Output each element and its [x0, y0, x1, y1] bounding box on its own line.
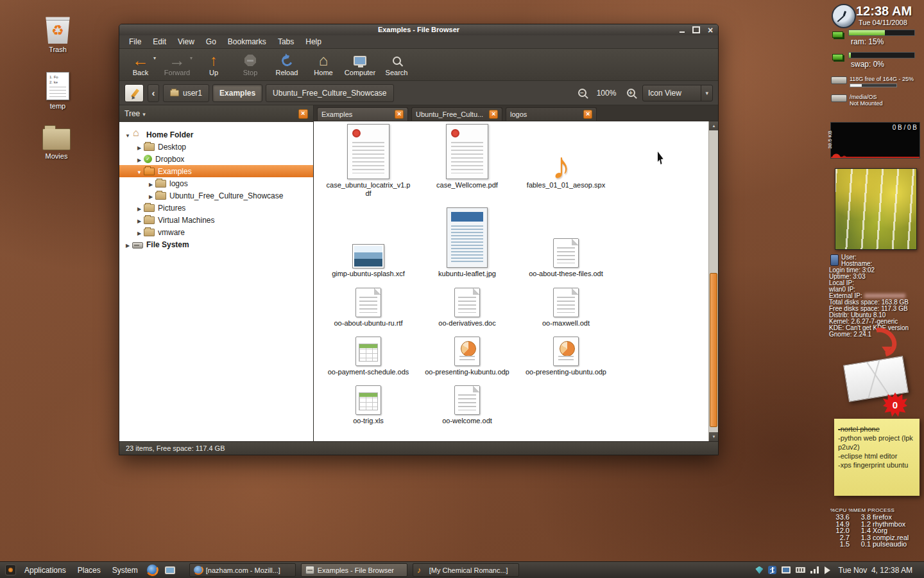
zoom-in-button[interactable]: [623, 85, 638, 101]
firefox-launcher-icon[interactable]: [147, 565, 158, 575]
file-item[interactable]: oo-welcome.odt: [418, 385, 517, 425]
chevron-down-icon[interactable]: [153, 55, 156, 61]
panel-menu[interactable]: Applications: [19, 562, 72, 578]
expander-arrow-icon[interactable]: [135, 155, 144, 164]
distro-menu-icon[interactable]: [5, 565, 16, 575]
meter-fill: [849, 53, 851, 58]
toolbar-button[interactable]: Back: [123, 50, 158, 80]
file-item[interactable]: oo-about-these-files.odt: [517, 207, 615, 278]
display-launcher-icon[interactable]: [165, 566, 175, 574]
expander-arrow-icon[interactable]: [135, 228, 144, 237]
chevron-down-icon[interactable]: [190, 55, 193, 61]
tree-item[interactable]: vmware: [119, 226, 313, 238]
file-item[interactable]: oo-about-ubuntu-ru.rtf: [319, 288, 418, 328]
scrollbar-thumb[interactable]: [710, 273, 717, 427]
bluetooth-icon[interactable]: [768, 566, 776, 574]
menu-item[interactable]: Tabs: [272, 35, 300, 49]
file-item[interactable]: oo-presenting-kubuntu.odp: [418, 337, 517, 376]
file-name: oo-about-these-files.odt: [529, 270, 603, 278]
minimize-button[interactable]: [678, 26, 687, 34]
toolbar-button[interactable]: Up: [196, 50, 231, 80]
toolbar-button[interactable]: Computer: [343, 50, 377, 80]
panel-menu[interactable]: Places: [72, 562, 107, 578]
desktop-icon[interactable]: Movies: [35, 123, 78, 160]
desktop-icon[interactable]: Trash: [36, 15, 80, 53]
volume-icon[interactable]: [825, 566, 830, 574]
toolbar-button[interactable]: Home: [306, 50, 341, 80]
file-item[interactable]: oo-derivatives.doc: [418, 288, 517, 328]
window-titlebar[interactable]: Examples - File Browser: [119, 24, 718, 35]
zoom-out-button[interactable]: [574, 85, 590, 101]
expander-arrow-icon[interactable]: [135, 216, 144, 225]
file-item[interactable]: oo-maxwell.odt: [517, 288, 615, 328]
toolbar-button[interactable]: Search: [379, 50, 414, 80]
expander-arrow-icon[interactable]: [135, 143, 144, 152]
expander-arrow-icon[interactable]: [146, 191, 155, 200]
window-list-button[interactable]: [My Chemical Romanc...]: [413, 563, 519, 577]
file-item[interactable]: oo-presenting-ubuntu.odp: [517, 337, 615, 376]
tree-item[interactable]: Pictures: [119, 202, 313, 214]
tree-item[interactable]: logos: [119, 177, 313, 189]
toolbar-button[interactable]: Reload: [270, 50, 304, 80]
tree-item[interactable]: File System: [119, 238, 313, 250]
tree-item[interactable]: Virtual Machines: [119, 214, 313, 226]
window-list-button[interactable]: Examples - File Browser: [301, 563, 407, 577]
tree-item[interactable]: Dropbox: [119, 153, 313, 165]
display-settings-icon[interactable]: [782, 566, 791, 574]
tab-close-button[interactable]: [489, 110, 498, 119]
close-button[interactable]: [706, 26, 715, 34]
menu-item[interactable]: Help: [300, 35, 327, 49]
tray-app-icon[interactable]: [755, 566, 763, 574]
panel-clock[interactable]: Tue Nov 4, 12:38 AM: [835, 566, 918, 575]
menu-item[interactable]: Edit: [147, 35, 172, 49]
file-item[interactable]: gimp-ubuntu-splash.xcf: [319, 207, 418, 278]
file-item[interactable]: oo-trig.xls: [319, 385, 418, 425]
browser-tab[interactable]: Ubuntu_Free_Cultu...: [411, 107, 502, 121]
menu-item[interactable]: Go: [200, 35, 222, 49]
expander-arrow-icon[interactable]: [123, 240, 132, 249]
maximize-button[interactable]: [692, 26, 701, 34]
tree-item[interactable]: Examples: [119, 165, 313, 177]
expander-arrow-icon[interactable]: [135, 204, 144, 213]
toolbar-button[interactable]: Forward: [160, 50, 194, 80]
tree-item[interactable]: Desktop: [119, 141, 313, 153]
vertical-scrollbar[interactable]: [708, 121, 718, 441]
browser-tab[interactable]: logos: [506, 107, 597, 121]
panel-menu[interactable]: System: [107, 562, 144, 578]
window-list-button[interactable]: [nazham.com - Mozill...]: [189, 563, 296, 577]
scroll-up-button[interactable]: [709, 121, 718, 130]
network-signal-icon[interactable]: [810, 566, 819, 574]
toolbar-button-icon: [132, 53, 149, 68]
edit-location-button[interactable]: [124, 84, 144, 102]
file-item[interactable]: case_ubuntu_locatrix_v1.pdf: [319, 123, 418, 198]
menu-item[interactable]: File: [123, 35, 147, 49]
side-pane-header[interactable]: Tree: [119, 105, 313, 122]
scroll-crumbs-left-button[interactable]: [148, 84, 159, 102]
chevron-down-icon[interactable]: [142, 109, 146, 118]
browser-tab[interactable]: Examples: [317, 107, 408, 121]
breadcrumb-button[interactable]: Ubuntu_Free_Culture_Showcase: [266, 84, 393, 102]
keyboard-indicator-icon[interactable]: [796, 567, 805, 573]
breadcrumb-button[interactable]: Examples: [212, 84, 262, 102]
expander-arrow-icon[interactable]: [123, 130, 132, 139]
process-rows: 33.6 3.8 firefox 14.9 1.2 rhythmbox 12.0…: [830, 514, 923, 548]
file-item[interactable]: fables_01_01_aesop.spx: [517, 123, 615, 198]
file-item[interactable]: case_Wellcome.pdf: [418, 123, 517, 198]
toolbar-button[interactable]: Stop: [233, 50, 268, 80]
desktop-icon[interactable]: 1. Fo 2. ke temp: [36, 72, 80, 110]
chevron-down-icon[interactable]: [701, 85, 712, 101]
file-item[interactable]: oo-payment-schedule.ods: [319, 337, 418, 376]
scroll-down-button[interactable]: [709, 432, 718, 441]
expander-arrow-icon[interactable]: [135, 167, 144, 176]
tab-close-button[interactable]: [395, 110, 404, 119]
view-mode-select[interactable]: Icon View: [642, 85, 713, 101]
expander-arrow-icon[interactable]: [146, 179, 155, 188]
tab-close-button[interactable]: [583, 110, 592, 119]
menu-item[interactable]: Bookmarks: [222, 35, 272, 49]
menu-item[interactable]: View: [172, 35, 200, 49]
breadcrumb-button[interactable]: user1: [163, 84, 209, 102]
tree-item[interactable]: Ubuntu_Free_Culture_Showcase: [119, 189, 313, 202]
file-item[interactable]: kubuntu-leaflet.jpg: [418, 207, 517, 278]
tree-item[interactable]: Home Folder: [119, 128, 313, 141]
close-side-pane-button[interactable]: [298, 109, 308, 119]
